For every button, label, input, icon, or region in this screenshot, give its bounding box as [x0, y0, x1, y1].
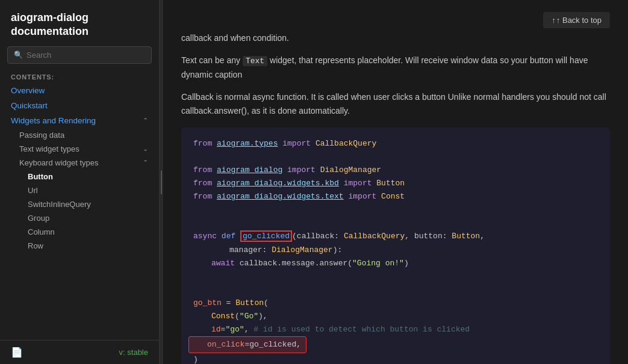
sidebar-item-keyboard-widget-types[interactable]: Keyboard widget types ⌃ — [0, 156, 159, 170]
code-line-blank-2 — [193, 203, 598, 217]
sidebar-item-group[interactable]: Group — [0, 211, 159, 225]
sidebar-item-column[interactable]: Column — [0, 225, 159, 239]
search-input[interactable] — [26, 51, 145, 60]
sidebar-item-overview[interactable]: Overview — [0, 83, 159, 98]
code-line-3: from aiogram_dialog import DialogManager — [193, 164, 598, 177]
sidebar-footer: 📄 v: stable — [0, 340, 159, 364]
code-block: from aiogram.types import CallbackQuery … — [181, 128, 610, 364]
sidebar-version-label: v: stable — [119, 348, 148, 357]
sidebar: aiogram-dialogdocumentation 🔍 CONTENTS: … — [0, 0, 160, 364]
prose-para-3: Callback is normal async function. It is… — [181, 90, 610, 118]
back-to-top-label: ↑ Back to top — [556, 16, 602, 25]
prose-para-2: Text can be any Text widget, that repres… — [181, 54, 610, 82]
code-line-onclick: on_click=go_clicked, — [188, 336, 306, 353]
code-line-const: Const("Go"), — [193, 310, 598, 323]
code-line-blank-5 — [193, 283, 598, 297]
sidebar-item-text-widget-types[interactable]: Text widget types ⌄ — [0, 142, 159, 156]
search-icon: 🔍 — [14, 51, 23, 59]
text-inline-code: Text — [243, 56, 267, 66]
code-line-async-def: async def go_clicked(callback: CallbackQ… — [193, 230, 598, 243]
sidebar-item-switchinlinequery[interactable]: SwitchInlineQuery — [0, 197, 159, 211]
sidebar-item-passing-data[interactable]: Passing data — [0, 128, 159, 142]
chevron-up-icon-kbd: ⌃ — [143, 159, 148, 167]
code-line-blank-1 — [193, 150, 598, 164]
code-line-blank-3 — [193, 217, 598, 230]
chevron-down-icon: ⌄ — [143, 145, 148, 153]
sidebar-item-url[interactable]: Url — [0, 184, 159, 197]
prose-section: callback and when condition. Text can be… — [181, 31, 610, 118]
arrow-up-icon: ↑ — [552, 16, 556, 25]
code-line-id: id="go", # id is used to detect which bu… — [193, 323, 598, 336]
prose-para-1: callback and when condition. — [181, 31, 610, 45]
sidebar-item-row[interactable]: Row — [0, 239, 159, 253]
code-line-4: from aiogram_dialog.widgets.kbd import B… — [193, 177, 598, 190]
sidebar-title: aiogram-dialogdocumentation — [0, 0, 159, 46]
code-line-close: ) — [193, 353, 598, 364]
content-area: ↑ ↑ Back to top callback and when condit… — [163, 0, 628, 364]
sidebar-item-quickstart[interactable]: Quickstart — [0, 98, 159, 113]
nav-list: Overview Quickstart Widgets and Renderin… — [0, 83, 159, 340]
code-line-assign: go_btn = Button( — [193, 297, 598, 310]
code-line-blank-4 — [193, 270, 598, 283]
code-line-await: await callback.message.answer("Going on!… — [193, 257, 598, 270]
sidebar-item-widgets-rendering[interactable]: Widgets and Rendering ⌃ — [0, 113, 159, 128]
sidebar-item-button[interactable]: Button — [0, 170, 159, 184]
back-to-top-button[interactable]: ↑ ↑ Back to top — [543, 12, 610, 28]
chevron-up-icon: ⌃ — [143, 117, 148, 125]
book-icon: 📄 — [11, 347, 23, 358]
main-content: ↑ ↑ Back to top callback and when condit… — [163, 0, 628, 364]
search-box[interactable]: 🔍 — [7, 46, 152, 64]
code-line-params: manager: DialogManager): — [193, 244, 598, 257]
sidebar-item-widgets-rendering-label: Widgets and Rendering — [11, 116, 96, 125]
contents-label: CONTENTS: — [0, 70, 159, 83]
code-line-1: from aiogram.types import CallbackQuery — [193, 137, 598, 150]
back-to-top-bar: ↑ ↑ Back to top — [181, 6, 610, 31]
code-line-5: from aiogram_dialog.widgets.text import … — [193, 190, 598, 203]
